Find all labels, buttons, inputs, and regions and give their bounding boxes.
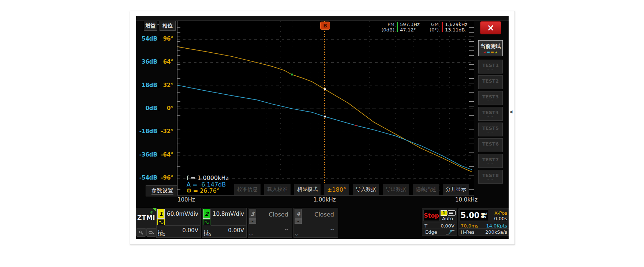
axis-row: 18dB32° xyxy=(136,82,175,89)
touch-drag-button[interactable] xyxy=(146,229,156,237)
close-button[interactable]: × xyxy=(480,21,501,34)
current-test-button[interactable]: 当前测试 ◀ ★ xyxy=(478,40,503,56)
channel-1-box[interactable]: 1 60.0mV/div 0.00V 1:11MΩ xyxy=(156,208,201,238)
axis-separator xyxy=(159,106,159,111)
axis-separator xyxy=(159,83,159,88)
test5-button[interactable]: TEST5– – xyxy=(478,123,503,136)
cursor-gain-marker xyxy=(324,116,326,117)
touch-pointer-button[interactable] xyxy=(136,229,146,237)
panel-collapse-arrow[interactable]: ◀ xyxy=(509,109,512,114)
gain-tick-label: -36dB xyxy=(136,151,157,158)
cursor-b-marker[interactable]: B xyxy=(320,22,330,30)
gain-curve xyxy=(177,85,472,170)
phase-tick-label: -32° xyxy=(160,128,173,135)
import-data-button[interactable]: 导入数据 xyxy=(353,184,379,195)
page: 增益 - 相位 54dB96° 36dB64° 18dB32° 0dB0° -1… xyxy=(0,0,644,267)
cursor-phase-marker xyxy=(324,89,326,90)
axis-separator xyxy=(159,175,159,180)
trigger-mode: Auto xyxy=(440,216,455,221)
channel-2-scale: 10.8mV/div xyxy=(213,211,244,217)
axis-separator xyxy=(159,36,159,41)
gain-tick-label: 0dB xyxy=(136,105,157,112)
phase-tick-label: 0° xyxy=(160,105,173,112)
trigger-t-label: T xyxy=(424,223,427,229)
axis-row: -18dB-32° xyxy=(136,128,175,135)
load-calibration-button[interactable]: 载入校准 xyxy=(264,184,291,195)
memory-depth: 14.0Kpts xyxy=(486,223,507,229)
phase-tick-label: 96° xyxy=(160,35,173,42)
channel-4-value: -- xyxy=(330,226,334,232)
test2-button[interactable]: TEST2– – xyxy=(478,75,503,89)
channel-1-badge: 1 xyxy=(157,209,165,219)
cursor-measurement-readout: f = 1.0000kHz A = -6.147dB Φ = 26.76° xyxy=(187,175,229,194)
scope-screenshot-card: 增益 - 相位 54dB96° 36dB64° 18dB32° 0dB0° -1… xyxy=(130,11,515,245)
export-data-button[interactable]: 导出数据 xyxy=(383,184,409,195)
bode-plot-area: B PM (0dB) 597.3Hz 47.12° GM (0°) 1.629k… xyxy=(177,20,474,196)
hide-description-button[interactable]: 隐藏描述 xyxy=(413,184,439,195)
measure-frequency: f = 1.0000kHz xyxy=(187,175,229,181)
tab-gain[interactable]: 增益 xyxy=(144,21,157,31)
test1-button[interactable]: TEST1– – xyxy=(478,60,503,74)
channel-4-state: Closed xyxy=(294,211,334,218)
gain-tick-label: 54dB xyxy=(136,35,157,42)
channel-2-box[interactable]: 2 10.8mV/div 0.00V 1:11MΩ xyxy=(202,208,247,238)
test6-button[interactable]: TEST6– – xyxy=(478,138,503,152)
channel-1-probe: 1:11MΩ xyxy=(158,230,165,237)
timebase-window: 70.0ms xyxy=(461,223,478,229)
gm-readout-values: 1.629kHz 13.11dB xyxy=(445,22,467,33)
timebase-box[interactable]: 5.00 ms/div X-Pos 0.00s 70.0ms 14.0Kpts … xyxy=(458,208,509,236)
calibration-info-button[interactable]: 校准信息 xyxy=(234,184,261,195)
plot-toolbar: 校准信息 载入校准 相显模式 ±180° 导入数据 导出数据 隐藏描述 分开显示 xyxy=(234,184,469,195)
gm-marker xyxy=(355,125,357,126)
x-axis-label-10khz: 10.0kHz xyxy=(455,196,476,203)
red-triangle-icon: ◀ xyxy=(483,51,485,54)
channel-4-coupling-dash: – xyxy=(295,219,302,224)
trigger-level: 0.00V xyxy=(441,223,454,229)
phase-range-180-button[interactable]: ±180° xyxy=(324,184,349,195)
gain-tick-label: -54dB xyxy=(136,174,157,181)
axis-row: 54dB96° xyxy=(136,35,175,42)
channel-1-scale: 60.0mV/div xyxy=(167,211,198,217)
channel-3-coupling-dash: – xyxy=(249,219,256,224)
channel-3-box[interactable]: 3 – Closed -- -:- xyxy=(248,208,292,238)
pm-marker-color-bar xyxy=(397,22,398,32)
touch-pointer-icon xyxy=(139,230,144,235)
orange-trace-icon xyxy=(491,52,494,53)
gain-tick-label: -18dB xyxy=(136,128,157,135)
split-display-button[interactable]: 分开显示 xyxy=(443,184,469,195)
trigger-box[interactable]: Stop 1 Auto T 0.00V Edge xyxy=(422,208,457,236)
phase-display-mode-button[interactable]: 相显模式 xyxy=(294,184,321,195)
test3-button[interactable]: TEST3– – xyxy=(478,91,503,105)
axis-separator xyxy=(159,152,159,157)
trigger-type: Edge xyxy=(425,229,437,235)
gain-tick-label: 36dB xyxy=(136,59,157,65)
gain-tick-label: 18dB xyxy=(136,82,157,89)
bus-display-icon xyxy=(448,210,456,216)
parameter-settings-button[interactable]: 参数设置 xyxy=(146,185,179,196)
channel-2-badge: 2 xyxy=(203,209,210,219)
axis-separator xyxy=(159,129,159,134)
channel-4-box[interactable]: 4 – Closed -- -:- xyxy=(293,208,338,238)
axis-row: -54dB-96° xyxy=(136,174,175,181)
run-state-indicator: Stop xyxy=(423,210,439,221)
channel-2-probe: 1:11MΩ xyxy=(203,230,211,237)
test7-button[interactable]: TEST7– – xyxy=(478,154,503,168)
test8-button[interactable]: TEST8– – xyxy=(478,170,503,184)
pm-marker xyxy=(291,74,293,75)
sine-wave-icon xyxy=(203,219,210,225)
channel-3-sub: -:- xyxy=(249,233,253,236)
axis-separator xyxy=(159,59,159,64)
rising-edge-icon xyxy=(445,230,455,235)
x-axis-label-1khz: 1.00kHz xyxy=(307,196,342,203)
phase-tick-label: -96° xyxy=(160,174,173,181)
scope-top-strip xyxy=(136,16,509,21)
trigger-source-badge: 1 xyxy=(441,210,447,216)
cyan-trace-icon xyxy=(487,52,490,53)
hres-label: H-Res xyxy=(461,229,475,235)
sine-wave-icon xyxy=(157,219,165,225)
star-icon: ★ xyxy=(495,51,498,54)
gm-marker-color-bar xyxy=(442,22,443,32)
test4-button[interactable]: TEST4– – xyxy=(478,107,503,121)
gm-readout-label: GM (0°) xyxy=(426,22,439,33)
tab-phase[interactable]: 相位 xyxy=(160,21,176,31)
